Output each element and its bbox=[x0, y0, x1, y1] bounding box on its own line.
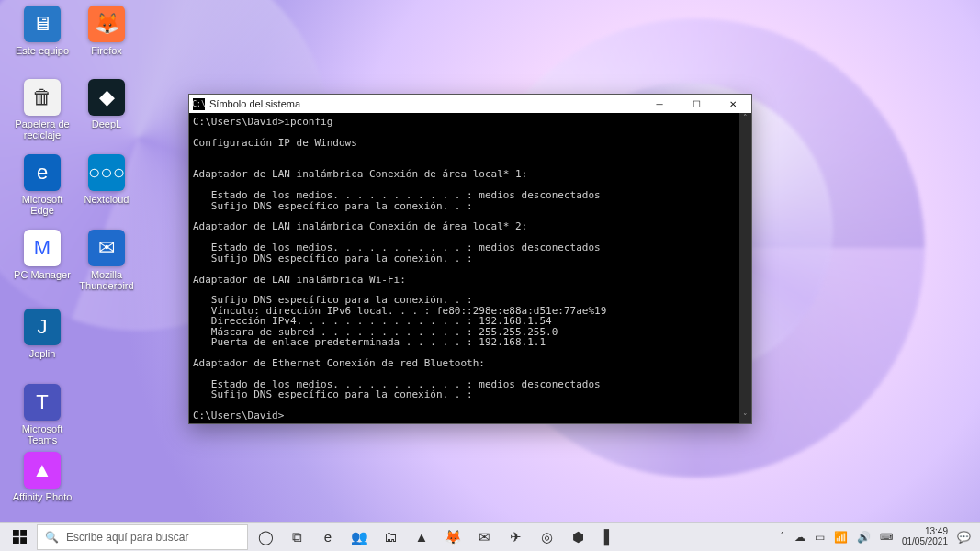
taskbar-file-explorer[interactable]: 🗂 bbox=[375, 524, 406, 550]
battery-icon[interactable]: ▭ bbox=[815, 531, 825, 544]
cortana-icon: ◯ bbox=[258, 529, 274, 545]
cmd-title: Símbolo del sistema bbox=[209, 98, 641, 109]
taskbar-teams[interactable]: 👥 bbox=[344, 524, 375, 550]
start-button[interactable] bbox=[4, 524, 35, 550]
cmd-output[interactable]: C:\Users\David>ipconfig Configuración IP… bbox=[189, 113, 739, 423]
desktop-icon-label: PC Manager bbox=[11, 269, 73, 280]
mail-icon: ✉ bbox=[479, 529, 490, 545]
volume-icon[interactable]: 🔊 bbox=[857, 531, 871, 544]
desktop-icon-label: Nextcloud bbox=[75, 194, 138, 205]
telegram-icon: ✈ bbox=[510, 529, 522, 545]
desktop-icon-label: Microsoft Edge bbox=[11, 194, 73, 216]
search-icon: 🔍 bbox=[45, 531, 59, 544]
nextcloud-icon: ○○○ bbox=[88, 154, 125, 191]
thunderbird-icon: ✉ bbox=[88, 230, 125, 266]
taskbar-task-view[interactable]: ⧉ bbox=[281, 524, 312, 550]
maximize-button[interactable]: ☐ bbox=[678, 95, 715, 113]
svg-rect-0 bbox=[13, 530, 19, 536]
search-input[interactable]: 🔍 Escribe aquí para buscar bbox=[37, 524, 248, 550]
taskbar-affinity[interactable]: ▲ bbox=[406, 524, 437, 550]
desktop-icon-papelera[interactable]: 🗑Papelera dereciclaje bbox=[11, 79, 73, 141]
desktop-icon-label: Papelera dereciclaje bbox=[11, 118, 73, 141]
affinity-icon: ▲ bbox=[415, 529, 429, 545]
notifications-icon[interactable]: 💬 bbox=[957, 531, 971, 544]
taskbar-app-hex[interactable]: ⬢ bbox=[562, 524, 593, 550]
desktop-icon-label: Microsoft Teams bbox=[11, 423, 73, 445]
cmd-running-icon: ▌ bbox=[604, 529, 614, 545]
desktop-icon-firefox[interactable]: 🦊Firefox bbox=[75, 6, 138, 56]
taskbar-cortana[interactable]: ◯ bbox=[250, 524, 281, 550]
system-tray: ˄ ☁ ▭ 📶 🔊 ⌨ 13:49 01/05/2021 💬 bbox=[780, 524, 976, 550]
desktop-icon-joplin[interactable]: JJoplin bbox=[11, 309, 73, 359]
desktop-icon-label: Joplin bbox=[11, 348, 73, 359]
desktop-icon-thunderbird[interactable]: ✉MozillaThunderbird bbox=[75, 230, 138, 291]
teams-icon: T bbox=[24, 384, 61, 421]
teams-icon: 👥 bbox=[351, 529, 368, 545]
browser2-icon: ◎ bbox=[541, 529, 553, 545]
pc-manager-icon: M bbox=[24, 230, 61, 266]
taskbar-mail[interactable]: ✉ bbox=[468, 524, 500, 550]
language-icon[interactable]: ⌨ bbox=[880, 532, 893, 542]
file-explorer-icon: 🗂 bbox=[384, 529, 398, 545]
desktop-icon-deepl[interactable]: ◆DeepL bbox=[75, 79, 138, 129]
affinity-icon: ▲ bbox=[24, 452, 61, 489]
cmd-window: C:\ Símbolo del sistema ─ ☐ ✕ C:\Users\D… bbox=[188, 94, 752, 424]
papelera-icon: 🗑 bbox=[24, 79, 61, 116]
taskbar: 🔍 Escribe aquí para buscar ◯⧉e👥🗂▲🦊✉✈◎⬢▌ … bbox=[0, 522, 980, 551]
desktop-icon-label: Este equipo bbox=[11, 45, 73, 56]
taskbar-browser2[interactable]: ◎ bbox=[531, 524, 562, 550]
minimize-button[interactable]: ─ bbox=[641, 95, 678, 113]
scroll-down-icon[interactable]: ˅ bbox=[739, 412, 751, 423]
edge-icon: e bbox=[324, 529, 332, 545]
onedrive-icon[interactable]: ☁ bbox=[794, 531, 805, 544]
scroll-up-icon[interactable]: ˄ bbox=[739, 113, 751, 124]
desktop-icon-edge[interactable]: eMicrosoft Edge bbox=[11, 154, 73, 216]
taskbar-cmd-running[interactable]: ▌ bbox=[593, 524, 625, 550]
taskbar-telegram[interactable]: ✈ bbox=[500, 524, 531, 550]
close-button[interactable]: ✕ bbox=[715, 95, 751, 113]
scrollbar[interactable]: ˄ ˅ bbox=[739, 113, 751, 423]
cmd-icon: C:\ bbox=[193, 98, 205, 110]
deepl-icon: ◆ bbox=[88, 79, 125, 116]
desktop-icon-label: Affinity Photo bbox=[11, 491, 73, 502]
clock-date: 01/05/2021 bbox=[902, 537, 948, 547]
svg-rect-2 bbox=[13, 537, 19, 544]
firefox-icon: 🦊 bbox=[88, 6, 125, 42]
task-view-icon: ⧉ bbox=[292, 529, 302, 545]
app-hex-icon: ⬢ bbox=[572, 529, 584, 545]
clock-time: 13:49 bbox=[902, 527, 948, 537]
desktop-icon-label: Firefox bbox=[75, 45, 138, 56]
svg-rect-3 bbox=[20, 537, 27, 544]
taskbar-edge[interactable]: e bbox=[312, 524, 344, 550]
windows-icon bbox=[13, 530, 27, 544]
tray-overflow-icon[interactable]: ˄ bbox=[780, 524, 785, 550]
desktop-icon-este-equipo[interactable]: 🖥Este equipo bbox=[11, 6, 73, 56]
edge-icon: e bbox=[24, 154, 61, 191]
taskbar-firefox[interactable]: 🦊 bbox=[437, 524, 468, 550]
search-placeholder: Escribe aquí para buscar bbox=[66, 531, 188, 544]
desktop-icon-label: MozillaThunderbird bbox=[75, 269, 138, 291]
desktop-icon-teams[interactable]: TMicrosoft Teams bbox=[11, 384, 73, 445]
desktop-icon-label: DeepL bbox=[75, 118, 138, 129]
cmd-titlebar[interactable]: C:\ Símbolo del sistema ─ ☐ ✕ bbox=[189, 95, 751, 113]
firefox-icon: 🦊 bbox=[445, 529, 462, 545]
joplin-icon: J bbox=[24, 309, 61, 345]
clock[interactable]: 13:49 01/05/2021 bbox=[902, 527, 948, 546]
desktop-icon-affinity[interactable]: ▲Affinity Photo bbox=[11, 452, 73, 502]
svg-rect-1 bbox=[20, 530, 27, 536]
desktop-icon-pc-manager[interactable]: MPC Manager bbox=[11, 230, 73, 280]
este-equipo-icon: 🖥 bbox=[24, 6, 61, 42]
desktop-icon-nextcloud[interactable]: ○○○Nextcloud bbox=[75, 154, 138, 205]
wifi-icon[interactable]: 📶 bbox=[834, 531, 848, 544]
